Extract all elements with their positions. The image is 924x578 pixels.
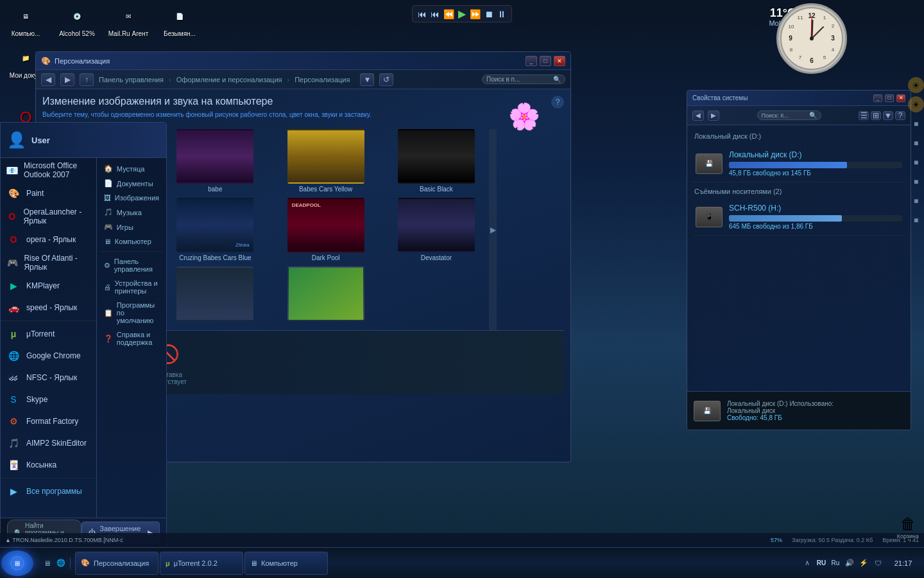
- weather-icon-2[interactable]: ☀: [908, 96, 924, 112]
- refresh-button[interactable]: ↺: [379, 73, 393, 86]
- sysinfo-view-list[interactable]: ☰: [859, 111, 869, 120]
- start-right-docs[interactable]: 📄 Документы: [100, 176, 163, 191]
- sysinfo-minimize[interactable]: _: [873, 94, 882, 102]
- close-button[interactable]: ✕: [554, 56, 565, 66]
- media-stop-btn[interactable]: ⏹: [484, 9, 493, 19]
- tray-volume[interactable]: 🔊: [844, 557, 855, 569]
- start-item-aimp2[interactable]: 🎵 AIMP2 SkinEditor: [1, 432, 96, 454]
- help-button[interactable]: ?: [551, 96, 564, 109]
- start-right-controlpanel[interactable]: ⚙ Панель управления: [100, 254, 163, 276]
- weather-icon-7[interactable]: ■: [908, 193, 924, 209]
- breadcrumb-personalization[interactable]: Персонализация: [295, 76, 350, 83]
- search-box[interactable]: Поиск в п... 🔍: [482, 74, 565, 84]
- sysinfo-close[interactable]: ✕: [896, 94, 905, 102]
- taskbar-right: ∧ RU Ru 🔊 ⚡ 🛡 21:17: [801, 557, 923, 569]
- weather-icon-1[interactable]: ☀: [908, 77, 924, 93]
- themes-scroll-right[interactable]: ▶: [489, 129, 497, 330]
- start-item-paint[interactable]: 🎨 Paint: [1, 182, 96, 204]
- start-button[interactable]: ⊞: [1, 550, 33, 576]
- sysinfo-properties[interactable]: ?: [895, 111, 905, 120]
- start-item-rise[interactable]: 🎮 Rise Of Atlanti - Ярлык: [1, 250, 96, 275]
- tray-language-ru[interactable]: RU: [816, 557, 827, 569]
- start-right-help[interactable]: ❓ Справка и поддержка: [100, 328, 163, 349]
- media-prev-btn[interactable]: ⏮: [418, 9, 427, 19]
- start-item-nfsc[interactable]: 🏎 NFSC - Ярлык: [1, 367, 96, 389]
- sysinfo-search[interactable]: Поиск: К... 🔍: [757, 110, 821, 120]
- sysinfo-view-grid[interactable]: ⊞: [871, 111, 881, 120]
- tray-network[interactable]: ⚡: [858, 557, 869, 569]
- weather-icon-3[interactable]: ■: [908, 116, 924, 132]
- taskbar: ⊞ 🖥 🌐 🎨 Персонализация μ μTorrent 2.0.2 …: [0, 547, 924, 578]
- theme-generic2[interactable]: [273, 267, 379, 330]
- taskbar-personalization-btn[interactable]: 🎨 Персонализация: [75, 552, 158, 575]
- sysinfo-content: Локальный диск (D:) 💾 Локальный диск (D:…: [687, 125, 911, 391]
- drive-d-name[interactable]: Локальный диск (D:): [729, 150, 902, 159]
- weather-icon-8[interactable]: ■: [908, 212, 924, 228]
- theme-devastator[interactable]: Devastator: [384, 198, 489, 261]
- taskbar-clock[interactable]: 21:17: [889, 559, 918, 567]
- start-item-solitaire[interactable]: 🃏 Косынка: [1, 454, 96, 476]
- theme-dark-pool[interactable]: DEADPOOL Dark Pool: [273, 198, 379, 261]
- weather-icon-5[interactable]: ■: [908, 154, 924, 170]
- window-icon: 🎨: [41, 57, 51, 66]
- media-pause-btn[interactable]: ⏸: [497, 9, 506, 19]
- media-rewind-btn[interactable]: ⏪: [443, 9, 454, 19]
- start-item-skype[interactable]: S Skype: [1, 389, 96, 410]
- theme-generic1[interactable]: [162, 267, 268, 330]
- quicklaunch-desktop[interactable]: 🖥: [41, 557, 53, 569]
- breadcrumb-control-panel[interactable]: Панель управления: [99, 76, 164, 83]
- theme-babes-yellow[interactable]: Babes Cars Yellow: [273, 129, 379, 193]
- sysinfo-view-down[interactable]: ▼: [883, 111, 893, 120]
- tray-security[interactable]: 🛡: [872, 557, 884, 569]
- start-item-opera[interactable]: O opera - Ярлык: [1, 229, 96, 250]
- up-button[interactable]: ↑: [80, 73, 94, 86]
- start-item-outlook[interactable]: 📧 Microsoft Office Outlook 2007: [1, 158, 96, 182]
- theme-basic-black[interactable]: Basic Black: [384, 129, 489, 193]
- recycle-bin[interactable]: 🗑 Корзина: [897, 515, 919, 539]
- start-item-speed[interactable]: 🚗 speed - Ярлык: [1, 297, 96, 319]
- back-button[interactable]: ◀: [41, 73, 55, 86]
- sysinfo-maximize[interactable]: □: [885, 94, 894, 102]
- desktop-icon-mailru[interactable]: ✉ Mail.Ru Агент: [106, 3, 151, 37]
- start-item-chrome[interactable]: 🌐 Google Chrome: [1, 345, 96, 367]
- taskbar-utorrent-btn[interactable]: μ μTorrent 2.0.2: [160, 552, 243, 575]
- drive-h-name[interactable]: SCH-R500 (H:): [729, 204, 902, 213]
- start-menu-left: 📧 Microsoft Office Outlook 2007 🎨 Paint …: [1, 158, 97, 518]
- start-item-formatfactory[interactable]: ⚙ Format Factory: [1, 410, 96, 432]
- start-right-computer[interactable]: 🖥 Компьютер: [100, 234, 163, 249]
- start-right-games[interactable]: 🎮 Игры: [100, 220, 163, 234]
- desktop-icon-unnamed[interactable]: 📄 Безымян...: [157, 3, 202, 37]
- theme-cruzing[interactable]: Zlinka Cruzing Babes Cars Blue: [162, 198, 268, 261]
- minimize-button[interactable]: _: [526, 56, 537, 66]
- media-prev2-btn[interactable]: ⏮: [431, 9, 440, 19]
- start-item-kmplayer[interactable]: ▶ KMPlayer: [1, 275, 96, 297]
- start-right-defaults[interactable]: 📋 Программы по умолчанию: [100, 298, 163, 328]
- desktop-icon-alcohol[interactable]: 💿 Alcohol 52%: [55, 3, 99, 37]
- weather-icon-4[interactable]: ■: [908, 135, 924, 151]
- tray-arrow[interactable]: ∧: [801, 557, 813, 569]
- theme-babe[interactable]: babe: [162, 129, 268, 193]
- maximize-button[interactable]: □: [540, 56, 551, 66]
- forward-button[interactable]: ▶: [60, 73, 74, 86]
- start-item-operalauncher[interactable]: O OperaLauncher - Ярлык: [1, 204, 96, 229]
- sysinfo-forward[interactable]: ▶: [708, 110, 719, 121]
- drive-d[interactable]: 💾 Локальный диск (D:) 45,8 ГБ свободно и…: [692, 145, 905, 182]
- start-right-devices[interactable]: 🖨 Устройства и принтеры: [100, 276, 163, 298]
- desktop-icon-computer[interactable]: 🖥 Компью...: [3, 3, 48, 37]
- drive-h[interactable]: 📱 SCH-R500 (H:) 645 МБ свободно из 1,86 …: [692, 198, 905, 236]
- media-forward-btn[interactable]: ⏩: [470, 9, 481, 19]
- start-right-music[interactable]: 🎵 Музыка: [100, 205, 163, 220]
- toolbar-extra-btn[interactable]: ▼: [360, 73, 374, 86]
- breadcrumb-appearance[interactable]: Оформление и персонализация: [176, 76, 282, 83]
- taskbar-computer-btn[interactable]: 🖥 Компьютер: [244, 552, 328, 575]
- start-item-allprograms[interactable]: ▶ Все программы: [1, 480, 96, 502]
- sysinfo-search-icon: 🔍: [809, 112, 817, 119]
- sysinfo-back[interactable]: ◀: [692, 110, 704, 121]
- weather-icon-6[interactable]: ■: [908, 173, 924, 189]
- tray-ru-label[interactable]: Ru: [830, 557, 841, 569]
- start-right-mustyatsa[interactable]: 🏠 Мустяца: [100, 161, 163, 176]
- quicklaunch-ie[interactable]: 🌐: [55, 557, 67, 569]
- start-right-images[interactable]: 🖼 Изображения: [100, 191, 163, 205]
- start-item-utorrent[interactable]: μ μTorrent: [1, 323, 96, 345]
- media-play-btn[interactable]: ▶: [458, 8, 466, 20]
